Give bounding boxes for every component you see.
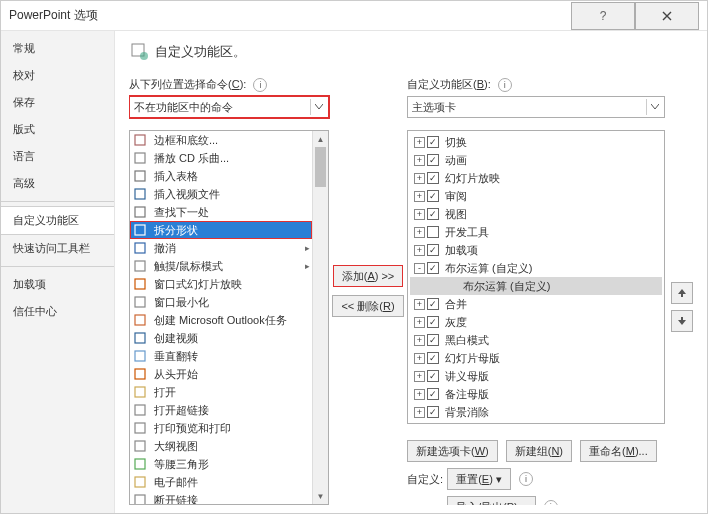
sidebar-item[interactable]: 信任中心 [1, 298, 114, 325]
sidebar-item[interactable]: 高级 [1, 170, 114, 197]
command-item[interactable]: 垂直翻转 [130, 347, 312, 365]
command-item[interactable]: 等腰三角形 [130, 455, 312, 473]
command-item[interactable]: 窗口最小化 [130, 293, 312, 311]
move-down-button[interactable] [671, 310, 693, 332]
sidebar-item[interactable]: 快速访问工具栏 [1, 235, 114, 262]
checkbox[interactable] [427, 334, 439, 346]
checkbox[interactable] [427, 352, 439, 364]
command-item[interactable]: 触摸/鼠标模式▸ [130, 257, 312, 275]
command-item[interactable]: 播放 CD 乐曲... [130, 149, 312, 167]
command-item[interactable]: 打开超链接 [130, 401, 312, 419]
sidebar-item[interactable]: 常规 [1, 35, 114, 62]
tree-row[interactable]: +合并 [410, 295, 662, 313]
new-group-button[interactable]: 新建组(N) [506, 440, 572, 462]
help-icon[interactable]: i [544, 500, 558, 505]
sidebar-item[interactable]: 语言 [1, 143, 114, 170]
checkbox[interactable] [427, 172, 439, 184]
tree-row[interactable]: +开发工具 [410, 223, 662, 241]
close-button[interactable] [635, 2, 699, 30]
expand-icon[interactable]: + [414, 209, 425, 220]
checkbox[interactable] [427, 190, 439, 202]
checkbox[interactable] [427, 136, 439, 148]
move-up-button[interactable] [671, 282, 693, 304]
command-item[interactable]: 从头开始 [130, 365, 312, 383]
command-item[interactable]: 打印预览和打印 [130, 419, 312, 437]
command-item[interactable]: 窗口式幻灯片放映 [130, 275, 312, 293]
new-tab-button[interactable]: 新建选项卡(W) [407, 440, 498, 462]
rename-button[interactable]: 重命名(M)... [580, 440, 657, 462]
commands-listbox[interactable]: 边框和底纹...播放 CD 乐曲...插入表格插入视频文件查找下一处拆分形状撤消… [129, 130, 329, 505]
ribbon-combo[interactable]: 主选项卡 [407, 96, 665, 118]
sidebar-item[interactable]: 版式 [1, 116, 114, 143]
import-export-button[interactable]: 导入/导出(P) ▾ [447, 496, 536, 505]
reset-button[interactable]: 重置(E) ▾ [447, 468, 511, 490]
commands-from-combo[interactable]: 不在功能区中的命令 [129, 96, 329, 118]
expand-icon[interactable]: + [414, 335, 425, 346]
tree-row[interactable]: 布尔运算 (自定义) [410, 277, 662, 295]
tree-row[interactable]: +切换 [410, 133, 662, 151]
command-item[interactable]: 拆分形状 [130, 221, 312, 239]
command-item[interactable]: 打开 [130, 383, 312, 401]
command-item[interactable]: 创建 Microsoft Outlook任务 [130, 311, 312, 329]
tree-row[interactable]: +背景消除 [410, 403, 662, 421]
sidebar-item[interactable]: 校对 [1, 62, 114, 89]
remove-button[interactable]: << 删除(R) [332, 295, 403, 317]
scroll-thumb[interactable] [315, 147, 326, 187]
ribbon-tree[interactable]: +切换+动画+幻灯片放映+审阅+视图+开发工具+加载项-布尔运算 (自定义)布尔… [407, 130, 665, 424]
tree-row[interactable]: +幻灯片母版 [410, 349, 662, 367]
command-item[interactable]: 电子邮件 [130, 473, 312, 491]
tree-row[interactable]: +审阅 [410, 187, 662, 205]
checkbox[interactable] [427, 226, 439, 238]
tree-row[interactable]: +灰度 [410, 313, 662, 331]
command-item[interactable]: 插入视频文件 [130, 185, 312, 203]
expand-icon[interactable]: + [414, 317, 425, 328]
expand-icon[interactable]: + [414, 137, 425, 148]
tree-row[interactable]: +动画 [410, 151, 662, 169]
tree-row[interactable]: -布尔运算 (自定义) [410, 259, 662, 277]
add-button[interactable]: 添加(A) >> [333, 265, 404, 287]
help-icon[interactable]: i [253, 78, 267, 92]
expand-icon[interactable]: + [414, 299, 425, 310]
command-item[interactable]: 查找下一处 [130, 203, 312, 221]
checkbox[interactable] [427, 370, 439, 382]
command-item[interactable]: 插入表格 [130, 167, 312, 185]
tree-row[interactable]: +备注母版 [410, 385, 662, 403]
checkbox[interactable] [427, 154, 439, 166]
help-icon[interactable]: i [498, 78, 512, 92]
command-item[interactable]: 撤消▸ [130, 239, 312, 257]
command-item[interactable]: 边框和底纹... [130, 131, 312, 149]
tree-row[interactable]: +黑白模式 [410, 331, 662, 349]
checkbox[interactable] [427, 208, 439, 220]
checkbox[interactable] [427, 298, 439, 310]
tree-row[interactable]: +加载项 [410, 241, 662, 259]
expand-icon[interactable]: + [414, 353, 425, 364]
expand-icon[interactable]: + [414, 227, 425, 238]
scrollbar[interactable]: ▲ ▼ [312, 131, 328, 504]
checkbox[interactable] [427, 388, 439, 400]
expand-icon[interactable]: + [414, 191, 425, 202]
expand-icon[interactable]: + [414, 407, 425, 418]
expand-icon[interactable]: - [414, 263, 425, 274]
expand-icon[interactable]: + [414, 245, 425, 256]
expand-icon[interactable]: + [414, 389, 425, 400]
checkbox[interactable] [427, 406, 439, 418]
command-item[interactable]: 断开链接 [130, 491, 312, 504]
tree-row[interactable]: +视图 [410, 205, 662, 223]
sidebar-item[interactable]: 自定义功能区 [1, 206, 114, 235]
sidebar-item[interactable]: 加载项 [1, 271, 114, 298]
checkbox[interactable] [427, 316, 439, 328]
scroll-down-icon[interactable]: ▼ [313, 488, 328, 504]
help-icon[interactable]: i [519, 472, 533, 486]
help-button[interactable]: ? [571, 2, 635, 30]
checkbox[interactable] [427, 244, 439, 256]
tree-row[interactable]: +讲义母版 [410, 367, 662, 385]
checkbox[interactable] [427, 262, 439, 274]
command-item[interactable]: 创建视频 [130, 329, 312, 347]
command-item[interactable]: 大纲视图 [130, 437, 312, 455]
scroll-up-icon[interactable]: ▲ [313, 131, 328, 147]
expand-icon[interactable]: + [414, 173, 425, 184]
sidebar-item[interactable]: 保存 [1, 89, 114, 116]
expand-icon[interactable]: + [414, 371, 425, 382]
tree-row[interactable]: +幻灯片放映 [410, 169, 662, 187]
expand-icon[interactable]: + [414, 155, 425, 166]
